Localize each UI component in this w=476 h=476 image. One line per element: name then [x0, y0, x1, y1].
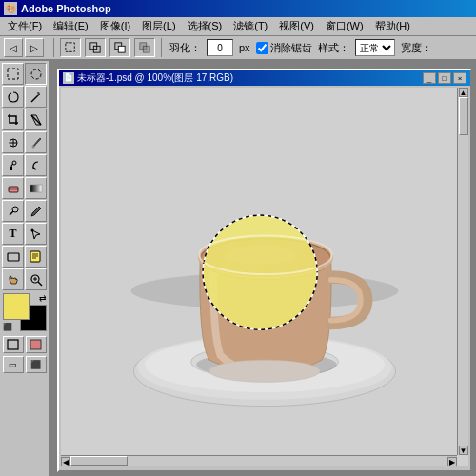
pen-tool[interactable]: [25, 200, 47, 222]
back-button[interactable]: ◁: [4, 38, 23, 57]
history-brush-tool[interactable]: [25, 154, 47, 176]
rectangular-marquee-tool[interactable]: [2, 63, 24, 85]
cup-scene-svg: [117, 129, 412, 425]
zoom-tool[interactable]: [25, 268, 47, 290]
vscroll-thumb[interactable]: [459, 97, 468, 135]
svg-rect-24: [30, 251, 40, 262]
canvas-area: 📄 未标器-1.psd @ 100%(图层 17,RGB) _ □ ×: [50, 61, 476, 476]
hand-tool[interactable]: [2, 268, 24, 290]
menu-image[interactable]: 图像(I): [94, 17, 136, 35]
menu-layer[interactable]: 图层(L): [136, 17, 181, 35]
new-selection-btn[interactable]: [60, 38, 81, 57]
brush-tool[interactable]: [25, 131, 47, 153]
quick-mask-btn[interactable]: [26, 336, 47, 353]
antialias-checkbox[interactable]: [256, 42, 268, 54]
crop-tool[interactable]: [2, 109, 24, 130]
menu-window[interactable]: 窗口(W): [320, 17, 369, 35]
foreground-color[interactable]: [3, 293, 30, 320]
toolbox: T ⇄: [0, 61, 50, 476]
divider-2: [161, 38, 162, 57]
main-area: T ⇄: [0, 61, 476, 476]
dodge-tool[interactable]: [2, 200, 24, 222]
svg-line-21: [10, 211, 13, 215]
divider-1: [53, 38, 54, 57]
hscroll-right-btn[interactable]: ▶: [447, 457, 457, 466]
app-icon: 🎨: [4, 2, 17, 15]
svg-rect-6: [143, 46, 149, 52]
svg-rect-4: [118, 46, 125, 52]
title-bar: 🎨 Adobe Photoshop: [0, 0, 476, 17]
default-colors-icon[interactable]: ⬛: [3, 323, 12, 331]
elliptical-marquee-tool[interactable]: [25, 63, 47, 85]
menu-select[interactable]: 选择(S): [182, 17, 228, 35]
swap-colors-icon[interactable]: ⇄: [39, 293, 47, 303]
svg-point-8: [31, 69, 41, 79]
quick-mask-area: [2, 336, 47, 353]
feather-input[interactable]: [207, 39, 233, 56]
lasso-tool[interactable]: [2, 86, 24, 108]
hscroll-track[interactable]: [70, 456, 447, 466]
vertical-scrollbar[interactable]: ▲ ▼: [457, 88, 468, 455]
gradient-tool[interactable]: [25, 177, 47, 199]
menu-help[interactable]: 帮助(H): [369, 17, 416, 35]
standard-mode-btn[interactable]: [3, 336, 24, 353]
forward-button[interactable]: ▷: [25, 38, 44, 57]
doc-icon: 📄: [63, 72, 74, 84]
standard-screen-btn[interactable]: ▭: [3, 356, 24, 373]
svg-rect-33: [30, 340, 41, 349]
menu-edit[interactable]: 编辑(E): [48, 17, 94, 35]
menu-view[interactable]: 视图(V): [273, 17, 320, 35]
width-label: 宽度：: [401, 41, 432, 55]
svg-point-48: [209, 360, 320, 382]
doc-window-buttons: _ □ ×: [423, 72, 466, 84]
doc-title: 未标器-1.psd @ 100%(图层 17,RGB): [77, 71, 233, 85]
svg-point-22: [30, 228, 33, 231]
doc-minimize-btn[interactable]: _: [423, 72, 436, 84]
shape-tool[interactable]: [2, 246, 24, 268]
hscroll-left-btn[interactable]: ◀: [61, 457, 70, 466]
svg-rect-23: [8, 253, 19, 261]
healing-tool[interactable]: [2, 131, 24, 153]
slice-tool[interactable]: [25, 109, 47, 130]
vscroll-down-btn[interactable]: ▼: [459, 446, 468, 455]
color-swatch: ⇄ ⬛: [3, 293, 47, 331]
fullscreen-btn[interactable]: ⬛: [26, 356, 47, 373]
doc-maximize-btn[interactable]: □: [438, 72, 451, 84]
intersect-selection-btn[interactable]: [134, 38, 155, 57]
add-selection-btn[interactable]: [85, 38, 106, 57]
eraser-tool[interactable]: [2, 177, 24, 199]
svg-line-29: [38, 282, 42, 286]
subtract-selection-btn[interactable]: [109, 38, 130, 57]
menu-filter[interactable]: 滤镜(T): [228, 17, 273, 35]
horizontal-scrollbar[interactable]: ◀ ▶: [61, 455, 457, 466]
type-tool[interactable]: T: [2, 223, 24, 245]
magic-wand-tool[interactable]: [25, 86, 47, 108]
feather-label: 羽化：: [169, 41, 201, 55]
svg-rect-7: [8, 69, 18, 79]
doc-close-btn[interactable]: ×: [453, 72, 466, 84]
style-label: 样式：: [318, 41, 349, 55]
svg-rect-0: [66, 43, 74, 51]
path-selection-tool[interactable]: [25, 223, 47, 245]
app-title: Adobe Photoshop: [21, 3, 111, 14]
document-titlebar: 📄 未标器-1.psd @ 100%(图层 17,RGB) _ □ ×: [59, 70, 470, 86]
style-select[interactable]: 正常: [355, 39, 395, 56]
vscroll-up-btn[interactable]: ▲: [459, 88, 468, 97]
clone-stamp-tool[interactable]: [2, 154, 24, 176]
svg-point-12: [38, 92, 39, 93]
svg-rect-19: [30, 185, 42, 192]
vscroll-track[interactable]: [458, 97, 468, 446]
menu-file[interactable]: 文件(F): [2, 17, 48, 35]
svg-point-16: [31, 145, 34, 148]
screen-mode-area: ▭ ⬛: [2, 356, 47, 373]
svg-rect-32: [8, 340, 18, 349]
options-bar: ◁ ▷ 羽化： px 消除锯齿 样式： 正常 宽度：: [0, 36, 476, 61]
svg-line-9: [31, 95, 38, 102]
menu-bar: 文件(F) 编辑(E) 图像(I) 图层(L) 选择(S) 滤镜(T) 视图(V…: [0, 17, 476, 36]
document-canvas[interactable]: ▲ ▼ ◀ ▶: [61, 88, 468, 466]
hscroll-thumb[interactable]: [70, 456, 128, 466]
svg-point-17: [12, 161, 16, 165]
notes-tool[interactable]: [25, 246, 47, 268]
nav-buttons: ◁ ▷: [4, 38, 44, 57]
document-window: 📄 未标器-1.psd @ 100%(图层 17,RGB) _ □ ×: [57, 69, 472, 472]
